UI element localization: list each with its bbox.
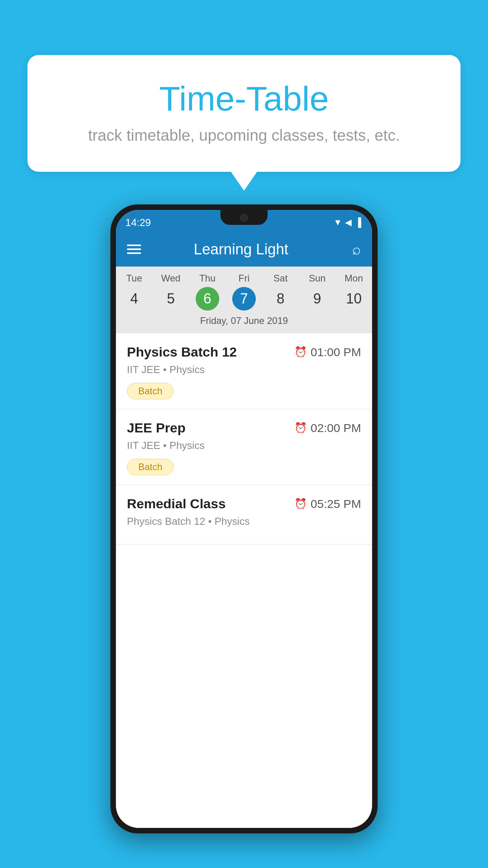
status-icons: ▼ ◀ ▐ [334,217,361,228]
wifi-icon: ▼ [334,217,342,228]
class-time-1: ⏰ 01:00 PM [294,346,361,359]
class-time-3: ⏰ 05:25 PM [294,497,361,511]
day-10[interactable]: 10 [336,287,372,311]
selected-date-label: Friday, 07 June 2019 [116,315,372,330]
class-meta-3: Physics Batch 12 • Physics [127,515,361,528]
class-name-3: Remedial Class [127,496,226,511]
signal-icon: ◀ [345,217,352,228]
speech-bubble-container: Time-Table track timetable, upcoming cla… [28,55,460,172]
class-item-remedial[interactable]: Remedial Class ⏰ 05:25 PM Physics Batch … [116,485,372,544]
bubble-subtitle: track timetable, upcoming classes, tests… [59,127,429,144]
bubble-title: Time-Table [59,79,429,119]
calendar-strip: Tue Wed Thu Fri Sat Sun Mon 4 5 6 7 8 [116,267,372,333]
menu-button[interactable] [127,245,141,254]
day-7-selected[interactable]: 7 [232,287,256,311]
app-header: Learning Light ⌕ [116,232,372,267]
day-label-thu: Thu [189,273,226,284]
batch-badge-1: Batch [127,383,174,399]
status-time: 14:29 [125,217,151,229]
day-label-wed: Wed [152,273,189,284]
clock-icon-3: ⏰ [294,498,307,510]
search-button[interactable]: ⌕ [352,241,361,258]
class-name-2: JEE Prep [127,420,185,436]
day-9[interactable]: 9 [299,287,336,311]
class-name-1: Physics Batch 12 [127,344,237,360]
clock-icon-2: ⏰ [294,422,307,434]
day-headers: Tue Wed Thu Fri Sat Sun Mon [116,273,372,284]
class-meta-2: IIT JEE • Physics [127,440,361,452]
speech-bubble: Time-Table track timetable, upcoming cla… [28,55,460,172]
phone-notch [220,210,268,225]
class-meta-1: IIT JEE • Physics [127,364,361,376]
class-item-jee-prep[interactable]: JEE Prep ⏰ 02:00 PM IIT JEE • Physics Ba… [116,409,372,485]
day-8[interactable]: 8 [262,287,299,311]
app-title: Learning Light [139,241,343,258]
day-label-fri: Fri [226,273,262,284]
day-5[interactable]: 5 [152,287,189,311]
day-4[interactable]: 4 [116,287,152,311]
day-label-tue: Tue [116,273,152,284]
front-camera [240,214,248,222]
day-label-sat: Sat [262,273,299,284]
day-label-sun: Sun [299,273,336,284]
classes-list: Physics Batch 12 ⏰ 01:00 PM IIT JEE • Ph… [116,333,372,828]
clock-icon-1: ⏰ [294,346,307,358]
class-item-physics-batch[interactable]: Physics Batch 12 ⏰ 01:00 PM IIT JEE • Ph… [116,333,372,409]
day-6-today[interactable]: 6 [196,287,219,311]
battery-icon: ▐ [355,217,361,228]
phone-mockup: 14:29 ▼ ◀ ▐ Learning Light ⌕ [110,204,378,833]
day-label-mon: Mon [336,273,372,284]
class-time-2: ⏰ 02:00 PM [294,421,361,435]
batch-badge-2: Batch [127,459,174,475]
day-numbers: 4 5 6 7 8 9 10 [116,287,372,311]
